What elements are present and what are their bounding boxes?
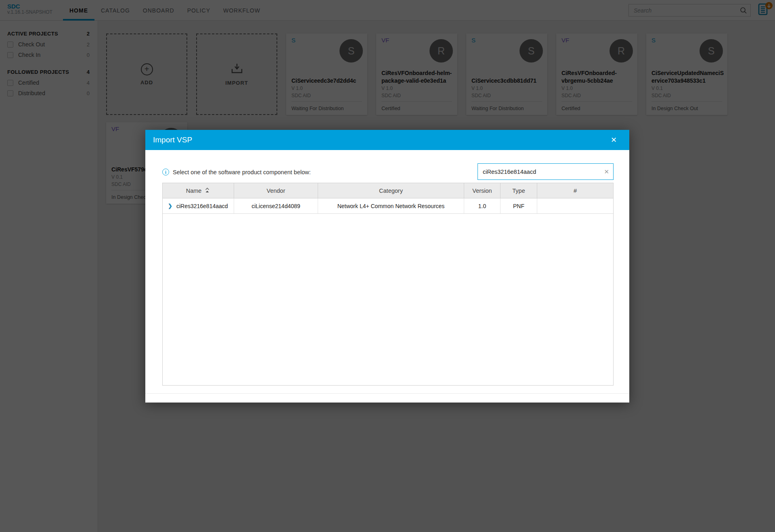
close-icon[interactable]: ✕ — [606, 134, 622, 146]
modal-title: Import VSP — [153, 136, 192, 144]
column-header-type[interactable]: Type — [501, 183, 537, 198]
modal-header: Import VSP ✕ — [145, 130, 629, 150]
column-header-version[interactable]: Version — [464, 183, 501, 198]
cell-type: PNF — [501, 198, 537, 213]
cell-vendor: ciLicense214d4089 — [234, 198, 318, 213]
import-vsp-modal: Import VSP ✕ i Select one of the softwar… — [145, 130, 629, 403]
modal-footer — [145, 393, 629, 403]
sort-ascending-icon — [204, 187, 210, 194]
table-row[interactable]: ❯ ciRes3216e814aacd ciLicense214d4089 Ne… — [163, 198, 613, 214]
column-header-name[interactable]: Name — [163, 183, 234, 198]
column-header-vendor[interactable]: Vendor — [234, 183, 318, 198]
cell-hash — [537, 198, 613, 213]
cell-name: ❯ ciRes3216e814aacd — [163, 198, 234, 213]
chevron-right-icon[interactable]: ❯ — [168, 203, 172, 209]
instruction-row: i Select one of the software product com… — [162, 169, 311, 175]
vsp-search: ✕ — [478, 163, 614, 180]
modal-instruction: Select one of the software product compo… — [173, 169, 311, 175]
vsp-table: Name Vendor Category Version Type — [162, 183, 614, 386]
column-header-category[interactable]: Category — [318, 183, 464, 198]
cell-category: Network L4+ Common Network Resources — [318, 198, 464, 213]
clear-icon[interactable]: ✕ — [604, 168, 609, 175]
info-icon: i — [162, 169, 169, 175]
column-header-hash[interactable]: # — [537, 183, 613, 198]
vsp-search-input[interactable] — [478, 164, 613, 179]
cell-version: 1.0 — [464, 198, 501, 213]
table-header-row: Name Vendor Category Version Type — [163, 183, 613, 198]
